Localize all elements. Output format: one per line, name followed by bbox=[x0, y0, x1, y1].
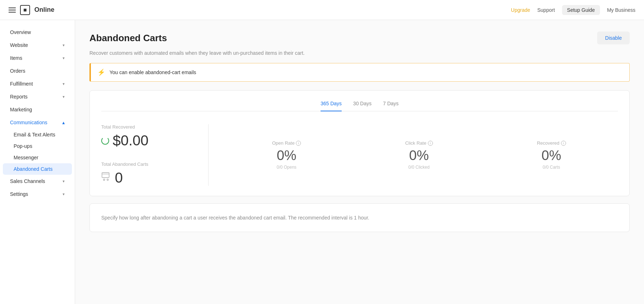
alert-banner: ⚡ You can enable abandoned-cart emails bbox=[89, 63, 630, 82]
chevron-down-icon: ▾ bbox=[63, 82, 65, 86]
recovered-info-icon[interactable]: i bbox=[561, 141, 566, 146]
tab-30-days[interactable]: 30 Days bbox=[353, 101, 371, 111]
sidebar-item-communications[interactable]: Communications ▴ bbox=[3, 116, 72, 129]
total-carts-block: Total Abandoned Carts 0 bbox=[101, 161, 197, 186]
page-header: Abandoned Carts Disable bbox=[89, 32, 630, 44]
sidebar: Overview Website ▾ Items ▾ Orders Fulfil… bbox=[0, 20, 75, 304]
click-rate-info-icon[interactable]: i bbox=[428, 141, 433, 146]
sidebar-subitem-email-alerts[interactable]: Email & Text Alerts bbox=[3, 129, 72, 140]
sidebar-subitem-abandoned-carts[interactable]: Abandoned Carts bbox=[3, 163, 72, 175]
sidebar-item-orders[interactable]: Orders bbox=[3, 64, 72, 77]
bottom-card-text: Specify how long after abandoning a cart… bbox=[101, 214, 618, 222]
sidebar-item-items[interactable]: Items ▾ bbox=[3, 52, 72, 64]
bottom-info-card: Specify how long after abandoning a cart… bbox=[89, 203, 630, 232]
stats-card: 365 Days 30 Days 7 Days Total Recovered … bbox=[89, 90, 630, 196]
total-recovered-block: Total Recovered $0.00 bbox=[101, 124, 197, 149]
click-rate-value: 0% bbox=[409, 148, 429, 163]
app-logo-icon: ■ bbox=[20, 5, 30, 15]
open-rate-block: Open Rate i 0% 0/0 Opens bbox=[272, 140, 301, 170]
chevron-down-icon: ▾ bbox=[63, 179, 65, 184]
chevron-down-icon: ▾ bbox=[63, 43, 65, 48]
click-rate-block: Click Rate i 0% 0/0 Clicked bbox=[405, 140, 433, 170]
svg-rect-0 bbox=[102, 173, 109, 178]
recovered-label: Recovered i bbox=[537, 140, 566, 146]
stats-grid: Total Recovered $0.00 Total Abandoned Ca… bbox=[101, 124, 618, 186]
stats-left: Total Recovered $0.00 Total Abandoned Ca… bbox=[101, 124, 209, 186]
topnav-left: ■ Online bbox=[9, 5, 54, 15]
my-business-link[interactable]: My Business bbox=[607, 7, 635, 13]
chevron-up-icon: ▴ bbox=[62, 120, 65, 125]
sidebar-subitem-messenger[interactable]: Messenger bbox=[3, 152, 72, 163]
tab-365-days[interactable]: 365 Days bbox=[321, 101, 342, 111]
chevron-down-icon: ▾ bbox=[63, 56, 65, 61]
tab-7-days[interactable]: 7 Days bbox=[383, 101, 399, 111]
svg-point-2 bbox=[107, 179, 108, 180]
sidebar-item-marketing[interactable]: Marketing bbox=[3, 103, 72, 116]
open-rate-value: 0% bbox=[277, 148, 296, 163]
upgrade-link[interactable]: Upgrade bbox=[511, 7, 530, 13]
total-carts-value: 0 bbox=[101, 170, 197, 186]
hamburger-menu[interactable] bbox=[9, 8, 16, 13]
sidebar-item-overview[interactable]: Overview bbox=[3, 26, 72, 39]
main-content: Abandoned Carts Disable Recover customer… bbox=[75, 20, 644, 304]
total-recovered-label: Total Recovered bbox=[101, 124, 197, 130]
sidebar-item-website[interactable]: Website ▾ bbox=[3, 39, 72, 52]
layout: Overview Website ▾ Items ▾ Orders Fulfil… bbox=[0, 20, 644, 304]
page-title: Abandoned Carts bbox=[89, 33, 167, 44]
recovered-sub: 0/0 Carts bbox=[543, 165, 560, 170]
topnav: ■ Online Upgrade Support Setup Guide My … bbox=[0, 0, 644, 20]
total-recovered-value: $0.00 bbox=[101, 132, 197, 149]
setup-guide-link[interactable]: Setup Guide bbox=[562, 5, 600, 15]
app-name: Online bbox=[34, 6, 54, 14]
alert-message: You can enable abandoned-cart emails bbox=[109, 69, 196, 75]
chevron-down-icon: ▾ bbox=[63, 192, 65, 197]
stats-right: Open Rate i 0% 0/0 Opens Click Rate i 0%… bbox=[209, 124, 618, 186]
support-link[interactable]: Support bbox=[537, 7, 555, 13]
sidebar-item-sales-channels[interactable]: Sales Channels ▾ bbox=[3, 175, 72, 188]
click-rate-sub: 0/0 Clicked bbox=[408, 165, 429, 170]
sidebar-item-reports[interactable]: Reports ▾ bbox=[3, 90, 72, 103]
sidebar-item-fulfillment[interactable]: Fulfillment ▾ bbox=[3, 77, 72, 90]
recovered-block: Recovered i 0% 0/0 Carts bbox=[537, 140, 566, 170]
topnav-right: Upgrade Support Setup Guide My Business bbox=[511, 5, 635, 15]
disable-button[interactable]: Disable bbox=[597, 32, 630, 44]
time-tabs: 365 Days 30 Days 7 Days bbox=[101, 101, 618, 111]
lightning-icon: ⚡ bbox=[97, 68, 105, 76]
open-rate-info-icon[interactable]: i bbox=[296, 141, 301, 146]
open-rate-sub: 0/0 Opens bbox=[277, 165, 296, 170]
logo-symbol: ■ bbox=[23, 7, 27, 13]
recovered-value: 0% bbox=[542, 148, 561, 163]
click-rate-label: Click Rate i bbox=[405, 140, 433, 146]
sidebar-item-settings[interactable]: Settings ▾ bbox=[3, 188, 72, 201]
total-carts-label: Total Abandoned Carts bbox=[101, 161, 197, 167]
chevron-down-icon: ▾ bbox=[63, 95, 65, 99]
svg-point-1 bbox=[103, 179, 105, 180]
page-description: Recover customers with automated emails … bbox=[89, 50, 630, 56]
refresh-icon bbox=[101, 137, 109, 145]
cart-icon bbox=[101, 172, 111, 184]
sidebar-subitem-popups[interactable]: Pop-ups bbox=[3, 140, 72, 152]
open-rate-label: Open Rate i bbox=[272, 140, 301, 146]
